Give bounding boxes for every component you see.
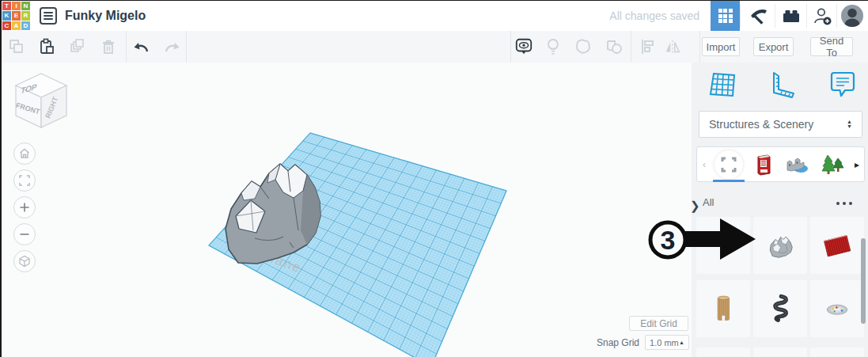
workplane-icon[interactable]	[707, 69, 739, 101]
brick-icon	[781, 6, 802, 25]
paste-icon[interactable]	[37, 37, 56, 56]
carousel-item-all-shapes[interactable]	[711, 149, 746, 180]
notes-icon[interactable]	[828, 70, 856, 100]
invite-button[interactable]	[807, 1, 836, 31]
shape-tile-empty[interactable]	[696, 217, 750, 274]
shapes-panel: Structures & Scenery ▲▼ ‹	[692, 63, 868, 357]
design-title[interactable]: Funky Migelo	[65, 1, 146, 31]
trees-icon	[821, 154, 844, 176]
bricks-export-button[interactable]	[775, 1, 806, 31]
shape-tile[interactable]	[810, 348, 864, 357]
minecraft-export-button[interactable]	[741, 1, 775, 31]
carousel-next-icon[interactable]: ▸	[850, 159, 864, 170]
account-button[interactable]	[837, 1, 867, 31]
logo-letter: I	[12, 2, 21, 10]
apps-grid-icon	[718, 9, 733, 23]
show-all-icon[interactable]	[514, 37, 533, 56]
avatar	[840, 4, 864, 28]
caret-up-icon: ▲	[679, 340, 684, 345]
snap-grid-value: 1.0 mm	[650, 338, 679, 348]
shape-category-value: Structures & Scenery	[709, 118, 813, 131]
carousel-item-vending-machine[interactable]	[746, 149, 781, 180]
shape-tile-pond[interactable]	[810, 280, 864, 337]
redo-icon[interactable]	[162, 37, 181, 56]
carousel-item-castle-pond[interactable]	[781, 149, 816, 180]
screw-icon	[763, 288, 798, 329]
shape-tile-screw[interactable]	[753, 280, 807, 337]
fit-view-button[interactable]	[13, 169, 36, 192]
apps-grid-button[interactable]	[711, 1, 740, 31]
shape-tile-red-wall[interactable]	[810, 217, 864, 274]
import-button[interactable]: Import	[702, 37, 740, 56]
group-icon[interactable]	[574, 37, 593, 56]
snap-grid-label: Snap Grid	[597, 337, 639, 348]
all-shapes-icon	[720, 156, 737, 173]
category-carousel: ‹	[696, 146, 865, 182]
view-cube[interactable]: TOP FRONT RIGHT	[15, 74, 66, 127]
carousel-item-trees[interactable]	[815, 149, 850, 180]
logo-letter: E	[12, 11, 21, 20]
logo-letter: K	[2, 11, 11, 20]
export-button[interactable]: Export	[753, 37, 794, 56]
select-arrows-icon: ▲▼	[847, 120, 852, 129]
shape-tile[interactable]	[753, 348, 807, 357]
design-menu-icon[interactable]	[40, 7, 57, 25]
red-wall-icon	[817, 226, 858, 264]
viewport-3d[interactable]: Workplane TOP FRONT RIGHT	[2, 63, 692, 357]
logo-letter: N	[21, 2, 30, 10]
copy-icon[interactable]	[7, 37, 26, 56]
lightbulb-icon[interactable]	[544, 37, 563, 56]
logo-letter: T	[2, 2, 11, 10]
mirror-icon[interactable]	[663, 37, 682, 56]
save-status: All changes saved	[609, 1, 699, 31]
shape-tile-mountain[interactable]	[753, 217, 807, 274]
ruler-icon[interactable]	[768, 70, 796, 99]
send-to-button[interactable]: Send To	[810, 37, 853, 56]
section-menu-icon[interactable]	[836, 202, 852, 205]
top-bar: T I N K E R C A D Funky Migelo All chang…	[2, 1, 868, 32]
shape-tile[interactable]	[696, 348, 750, 357]
zoom-in-button[interactable]	[13, 196, 36, 218]
collapse-panel-icon[interactable]: ❯	[690, 199, 700, 213]
zoom-out-button[interactable]	[13, 223, 36, 245]
tinkercad-logo[interactable]: T I N K E R C A D	[2, 2, 30, 30]
panel-scrollbar[interactable]	[861, 238, 866, 324]
ortho-view-button[interactable]	[13, 250, 36, 272]
pickaxe-icon	[748, 6, 768, 26]
logo-letter: D	[21, 21, 30, 30]
undo-icon[interactable]	[132, 37, 151, 56]
castle-pond-icon	[785, 154, 810, 175]
home-view-button[interactable]	[13, 142, 36, 165]
ungroup-icon[interactable]	[605, 37, 624, 56]
vending-machine-icon	[754, 153, 773, 177]
shape-tile-barrel[interactable]	[696, 280, 750, 337]
delete-icon[interactable]	[99, 37, 118, 56]
barrel-icon	[705, 288, 741, 329]
mountain-shape-icon	[761, 228, 799, 263]
align-icon[interactable]	[638, 37, 657, 56]
logo-letter: C	[2, 21, 11, 30]
logo-letter: A	[12, 21, 21, 30]
shape-category-select[interactable]: Structures & Scenery ▲▼	[699, 111, 862, 138]
edit-grid-button[interactable]: Edit Grid	[629, 316, 688, 331]
carousel-prev-icon[interactable]: ‹	[697, 159, 711, 170]
section-label: All	[703, 196, 714, 208]
duplicate-icon[interactable]	[68, 37, 87, 56]
add-person-icon	[812, 6, 832, 26]
snap-grid-select[interactable]: 1.0 mm ▲	[645, 335, 689, 350]
pond-icon	[817, 291, 858, 326]
edit-toolbar: Import Export Send To	[2, 31, 868, 63]
logo-letter: R	[21, 11, 30, 20]
scene-3d[interactable]: Workplane TOP FRONT RIGHT	[2, 63, 692, 357]
